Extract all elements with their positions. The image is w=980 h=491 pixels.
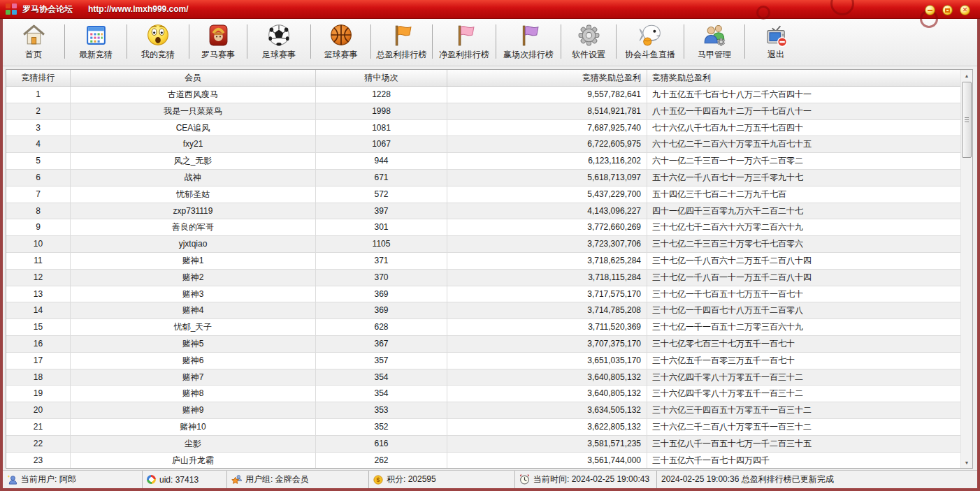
cell-profit-cn: 三十五亿八千一百五十七万一千二百三十五 — [647, 436, 972, 453]
cell-member: 赌神8 — [71, 386, 316, 402]
cell-rank: 4 — [6, 136, 71, 153]
toolbar-button-label: 赢场次排行榜 — [503, 49, 554, 61]
toolbar-button-vest-management[interactable]: 马甲管理 — [684, 19, 744, 66]
table-row[interactable]: 23 庐山升龙霸 262 3,561,744,000 三十五亿六千一百七十四万四… — [6, 453, 972, 469]
table-row[interactable]: 1 古道西风瘦马 1228 9,557,782,641 九十五亿五千七百七十八万… — [6, 87, 972, 103]
vertical-scrollbar[interactable]: ▲ ▼ — [960, 70, 972, 468]
table-row[interactable]: 21 赌神10 352 3,622,805,132 三十六亿二千二百八十万零五千… — [6, 419, 972, 436]
cell-profit-cn: 七十六亿八千七百九十二万五千七百四十 — [647, 120, 972, 137]
table-row[interactable]: 17 赌神6 357 3,651,035,170 三十六亿五千一百零三万五千一百… — [6, 353, 972, 369]
table-row[interactable]: 13 赌神3 369 3,717,575,170 三十七亿一千七百五十七万五千一… — [6, 286, 972, 303]
table-row[interactable]: 3 CEA追风 1081 7,687,925,740 七十六亿八千七百九十二万五… — [6, 120, 972, 137]
cell-profit-cn: 三十六亿四千零八十万零五千一百三十二 — [647, 369, 972, 386]
app-icon — [6, 3, 17, 15]
cell-profit: 5,437,229,700 — [447, 186, 647, 203]
cell-profit-cn: 三十七亿一千一百五十二万零三百六十九 — [647, 319, 972, 336]
column-header-hits[interactable]: 猜中场次 — [316, 70, 447, 86]
status-bar: 当前用户: 阿郎 uid: 37413 用户组: 金牌会员 $ 积分: 2025… — [3, 470, 977, 488]
column-header-profit-cn[interactable]: 竞猜奖励总盈利 — [647, 70, 972, 86]
table-row[interactable]: 5 风之_无影 944 6,123,116,202 六十一亿二千三百一十一万六千… — [6, 153, 972, 170]
cell-profit-cn: 三十六亿五千一百零三万五千一百七十 — [647, 353, 972, 369]
cell-profit: 5,618,713,097 — [447, 170, 647, 186]
cell-profit-cn: 三十六亿四千零八十万零五千一百三十二 — [647, 386, 972, 402]
cell-member: 赌神5 — [71, 336, 316, 353]
cell-member: fxy21 — [71, 136, 316, 153]
cell-profit-cn: 三十六亿三千四百五十万零五千一百三十二 — [647, 402, 972, 419]
table-row[interactable]: 7 忧郁圣姑 572 5,437,229,700 五十四亿三千七百二十二万九千七… — [6, 186, 972, 203]
scrollbar-grip — [965, 117, 969, 122]
cell-hits: 354 — [316, 386, 447, 402]
cell-profit: 3,714,785,208 — [447, 302, 647, 319]
basketball-icon — [329, 22, 353, 48]
table-row[interactable]: 22 尘影 616 3,581,571,235 三十五亿八千一百五十七万一千二百… — [6, 436, 972, 453]
table-body: 1 古道西风瘦马 1228 9,557,782,641 九十五亿五千七百七十八万… — [6, 87, 972, 469]
cell-profit-cn: 三十七亿二千三百三十万零七千七百零六 — [647, 236, 972, 253]
cell-profit: 3,711,520,369 — [447, 319, 647, 336]
cell-rank: 12 — [6, 270, 71, 286]
minimize-button[interactable] — [925, 5, 935, 15]
status-current-user-text: 当前用户: 阿郎 — [21, 474, 76, 485]
toolbar-button-home[interactable]: 首页 — [3, 19, 64, 66]
cell-profit: 3,718,625,284 — [447, 253, 647, 270]
cell-rank: 18 — [6, 369, 71, 386]
status-time: 当前时间: 2024-02-25 19:00:43 — [515, 471, 657, 488]
cell-member: CEA追风 — [71, 120, 316, 137]
app-window: 罗马协会论坛 http://www.lmxh999.com/ ✕ 首页 — [0, 0, 980, 491]
toolbar-button-football[interactable]: 足球赛事 — [247, 19, 310, 66]
scroll-up-button[interactable]: ▲ — [961, 70, 972, 81]
scroll-down-button[interactable]: ▼ — [961, 457, 972, 468]
cell-rank: 20 — [6, 402, 71, 419]
toolbar-button-net-profit-ranking[interactable]: 净盈利排行榜 — [433, 19, 496, 66]
cell-hits: 369 — [316, 286, 447, 303]
maximize-button[interactable] — [942, 5, 953, 15]
status-update-text: 2024-02-25 19:00:36 总盈利排行榜已更新完成 — [661, 474, 834, 485]
table-row[interactable]: 20 赌神9 353 3,634,505,132 三十六亿三千四百五十万零五千一… — [6, 402, 972, 419]
table-row[interactable]: 15 忧郁_天子 628 3,711,520,369 三十七亿一千一百五十二万零… — [6, 319, 972, 336]
toolbar-button-wins-ranking[interactable]: 赢场次排行榜 — [496, 19, 561, 66]
table-row[interactable]: 2 我是一只菜菜鸟 1998 8,514,921,781 八十五亿一千四百九十二… — [6, 103, 972, 120]
column-header-rank[interactable]: 竞猜排行 — [6, 70, 71, 86]
close-button[interactable]: ✕ — [960, 5, 970, 15]
cell-profit-cn: 三十五亿六千一百七十四万四千 — [647, 453, 972, 469]
table-row[interactable]: 9 善良的军哥 301 3,772,660,269 三十七亿七千二百六十六万零二… — [6, 219, 972, 236]
status-update-message: 2024-02-25 19:00:36 总盈利排行榜已更新完成 — [657, 471, 977, 488]
toolbar-button-exit[interactable]: 退出 — [745, 19, 807, 66]
toolbar-button-douyu-live[interactable]: 协会斗鱼直播 — [617, 19, 684, 66]
cell-rank: 6 — [6, 170, 71, 186]
table-row[interactable]: 18 赌神7 354 3,640,805,132 三十六亿四千零八十万零五千一百… — [6, 369, 972, 386]
scrollbar-thumb[interactable] — [962, 82, 972, 158]
cell-member: 尘影 — [71, 436, 316, 453]
table-row[interactable]: 8 zxp731119 397 4,143,096,227 四十一亿四千三百零九… — [6, 203, 972, 220]
table-row[interactable]: 16 赌神5 367 3,707,375,170 三十七亿零七百三十七万五千一百… — [6, 336, 972, 353]
status-usergroup-text: 用户组: 金牌会员 — [245, 474, 309, 485]
content-area: 竞猜排行 会员 猜中场次 竞猜奖励总盈利 竞猜奖励总盈利 1 古道西风瘦马 12… — [3, 66, 977, 470]
cell-rank: 14 — [6, 302, 71, 319]
toolbar-button-my-bets[interactable]: 我的竞猜 — [127, 19, 189, 66]
toolbar-button-basketball[interactable]: 篮球赛事 — [311, 19, 370, 66]
column-header-profit[interactable]: 竞猜奖励总盈利 — [447, 70, 647, 86]
table-row[interactable]: 12 赌神2 370 3,718,115,284 三十七亿一千八百一十一万五千二… — [6, 270, 972, 286]
table-row[interactable]: 4 fxy21 1067 6,722,605,975 六十七亿二千二百六十万零五… — [6, 136, 972, 153]
cell-member: 赌神3 — [71, 286, 316, 303]
window-title: 罗马协会论坛 — [22, 3, 73, 15]
soccer-ball-icon — [267, 22, 291, 48]
toolbar-button-roma-matches[interactable]: 罗马赛事 — [189, 19, 247, 66]
column-header-member[interactable]: 会员 — [71, 70, 316, 86]
toolbar-button-total-profit-ranking[interactable]: 总盈利排行榜 — [371, 19, 432, 66]
table-row[interactable]: 10 yjxtqiao 1105 3,723,307,706 三十七亿二千三百三… — [6, 236, 972, 253]
cell-profit: 3,622,805,132 — [447, 419, 647, 436]
table-row[interactable]: 11 赌神1 371 3,718,625,284 三十七亿一千八百六十二万五千二… — [6, 253, 972, 270]
toolbar-button-settings[interactable]: 软件设置 — [561, 19, 616, 66]
table-row[interactable]: 14 赌神4 369 3,714,785,208 三十七亿一千四百七十八万五千二… — [6, 302, 972, 319]
window-border-right — [977, 19, 980, 491]
window-controls: ✕ — [925, 5, 970, 15]
cell-rank: 9 — [6, 219, 71, 236]
toolbar: 首页 最新竞猜 — [3, 19, 977, 66]
toolbar-button-latest-bets[interactable]: 最新竞猜 — [65, 19, 127, 66]
table-row[interactable]: 19 赌神8 354 3,640,805,132 三十六亿四千零八十万零五千一百… — [6, 386, 972, 402]
toolbar-button-label: 净盈利排行榜 — [439, 49, 489, 61]
cell-hits: 616 — [316, 436, 447, 453]
table-row[interactable]: 6 战神 671 5,618,713,097 五十六亿一千八百七十一万三千零九十… — [6, 170, 972, 186]
cell-profit: 3,651,035,170 — [447, 353, 647, 369]
cell-profit: 9,557,782,641 — [447, 87, 647, 103]
